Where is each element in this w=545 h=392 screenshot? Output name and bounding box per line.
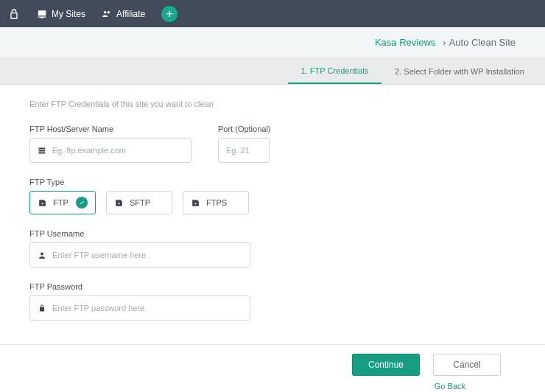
- nav-affiliate-label: Affiliate: [116, 9, 145, 19]
- type-options: FTP SFTP FTPS: [29, 191, 516, 214]
- type-option-sftp[interactable]: SFTP: [106, 191, 172, 214]
- form-area: Enter FTP Credentials of this site you w…: [0, 85, 545, 335]
- type-ftp-label: FTP: [53, 198, 68, 207]
- doc-arrow-icon: [38, 198, 47, 208]
- breadcrumb-site[interactable]: Kasa Reviews: [375, 37, 435, 48]
- password-input-wrap[interactable]: [29, 295, 250, 321]
- doc-arrow-icon: [114, 198, 124, 208]
- people-icon: [102, 9, 112, 19]
- username-label: FTP Username: [29, 229, 516, 238]
- server-icon: [38, 146, 46, 155]
- type-option-ftps[interactable]: FTPS: [183, 191, 249, 214]
- continue-button[interactable]: Continue: [352, 354, 420, 376]
- field-host: FTP Host/Server Name: [29, 125, 191, 163]
- host-input[interactable]: [52, 146, 183, 155]
- password-input[interactable]: [52, 304, 242, 312]
- nav-my-sites-label: My Sites: [52, 9, 85, 19]
- continue-label: Continue: [368, 360, 404, 370]
- cancel-button[interactable]: Cancel: [433, 354, 501, 376]
- plus-icon: +: [166, 8, 172, 20]
- field-type: FTP Type FTP SFTP FTPS: [29, 178, 516, 214]
- username-input[interactable]: [52, 251, 242, 259]
- type-option-ftp[interactable]: FTP: [29, 191, 96, 214]
- check-icon: [76, 197, 88, 209]
- nav-my-sites[interactable]: My Sites: [37, 9, 85, 19]
- username-input-wrap[interactable]: [29, 242, 250, 267]
- field-port: Port (Optional): [218, 125, 271, 163]
- host-label: FTP Host/Server Name: [29, 125, 191, 133]
- footer: Continue Cancel Go Back: [0, 345, 545, 392]
- step-1-label: 1. FTP Credentials: [301, 66, 369, 75]
- port-label: Port (Optional): [218, 125, 271, 133]
- type-sftp-label: SFTP: [130, 198, 150, 207]
- port-input-wrap[interactable]: [218, 138, 270, 163]
- monitor-icon: [37, 9, 47, 19]
- breadcrumb: Kasa Reviews › Auto Clean Site: [0, 27, 545, 58]
- field-username: FTP Username: [29, 229, 516, 267]
- form-intro: Enter FTP Credentials of this site you w…: [29, 99, 516, 108]
- doc-arrow-icon: [191, 198, 200, 208]
- host-input-wrap[interactable]: [29, 138, 191, 163]
- top-nav: My Sites Affiliate +: [0, 0, 545, 27]
- step-select-folder[interactable]: 2. Select Folder with WP Installation: [382, 58, 538, 84]
- type-ftps-label: FTPS: [206, 198, 227, 207]
- port-input[interactable]: [226, 146, 261, 155]
- type-label: FTP Type: [29, 178, 516, 186]
- breadcrumb-page: Auto Clean Site: [449, 37, 516, 48]
- steps-bar: 1. FTP Credentials 2. Select Folder with…: [0, 58, 545, 85]
- go-back-link[interactable]: Go Back: [435, 382, 465, 391]
- breadcrumb-separator: ›: [443, 37, 446, 48]
- lock-icon: [38, 304, 46, 313]
- field-password: FTP Password: [29, 282, 516, 321]
- user-icon: [38, 251, 46, 260]
- step-ftp-credentials[interactable]: 1. FTP Credentials: [288, 58, 382, 84]
- add-button[interactable]: +: [161, 6, 177, 22]
- app-logo-icon: [7, 7, 21, 21]
- password-label: FTP Password: [29, 282, 516, 291]
- step-2-label: 2. Select Folder with WP Installation: [395, 67, 524, 76]
- go-back-label: Go Back: [435, 382, 465, 391]
- cancel-label: Cancel: [453, 360, 480, 370]
- nav-affiliate[interactable]: Affiliate: [102, 9, 145, 19]
